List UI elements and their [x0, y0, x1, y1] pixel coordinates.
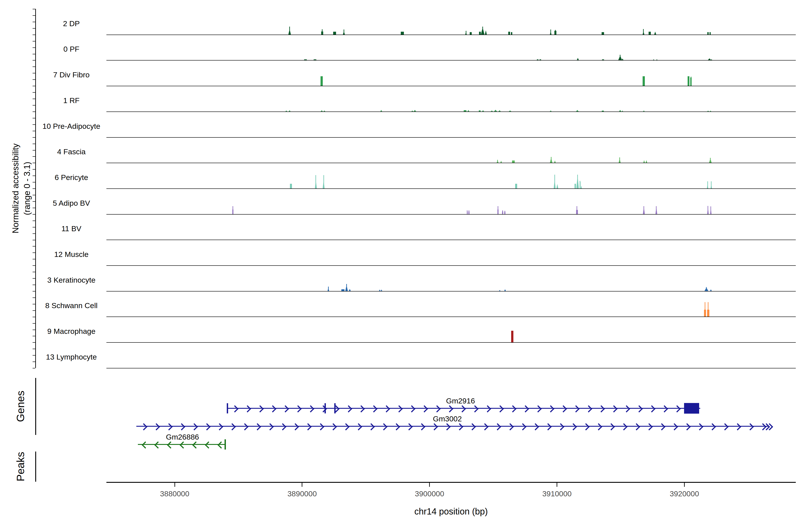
x-axis-title: chr14 position (bp) [414, 507, 488, 516]
coverage-peak-tip [498, 206, 498, 214]
coverage-peak [289, 110, 291, 112]
strand-arrow-icon [317, 423, 324, 431]
coverage-peak-tip [344, 30, 344, 34]
strand-arrow-icon [292, 423, 299, 431]
track-baseline [107, 291, 796, 291]
strand-arrow-icon [345, 405, 352, 413]
coverage-peak-tip [323, 175, 324, 188]
strand-arrow-icon [282, 405, 289, 413]
strand-arrow-icon [231, 405, 239, 413]
track-label: 10 Pre-Adipocyte [42, 122, 100, 130]
coverage-peak-tip [619, 157, 620, 163]
coverage-peak-tip [577, 175, 578, 188]
axis-tick [33, 233, 35, 234]
strand-arrow-icon [469, 423, 476, 431]
strand-arrow-icon [332, 405, 340, 413]
gene-name-label: Gm2916 [446, 397, 475, 405]
strand-arrow-icon [192, 441, 200, 449]
axis-tick [33, 86, 35, 86]
coverage-peak [491, 110, 493, 112]
strand-arrow-icon [166, 423, 173, 431]
strand-arrow-icon [494, 423, 501, 431]
coverage-peak [500, 161, 502, 163]
strand-arrow-icon [305, 423, 312, 431]
axis-tick [33, 362, 35, 362]
gene-exon [324, 403, 326, 413]
coverage-peak [323, 110, 325, 112]
coverage-peak [602, 59, 604, 60]
coverage-peak-tip [502, 210, 503, 214]
coverage-peak [379, 289, 381, 291]
strand-arrow-icon [370, 405, 378, 413]
coverage-peak [602, 32, 604, 35]
peaks-section-label: Peaks [14, 452, 26, 481]
strand-arrow-icon [408, 405, 415, 413]
strand-arrow-icon [218, 441, 225, 449]
axis-tick [33, 265, 35, 266]
y-axis-label-line1: Normalized accessibility [11, 144, 20, 233]
coverage-peak [643, 76, 645, 86]
coverage-peak-tip [707, 206, 708, 214]
coverage-peak-tip [328, 287, 329, 291]
strand-arrow-icon [406, 423, 413, 431]
coverage-peak [539, 59, 541, 60]
coverage-peak [464, 110, 467, 112]
x-tick-label: 3910000 [542, 490, 571, 498]
strand-arrow-icon [459, 405, 466, 413]
accessibility-axis-line [35, 9, 36, 368]
coverage-peak [643, 160, 645, 163]
axis-tick [33, 175, 35, 176]
coverage-peak-tip [555, 30, 556, 35]
coverage-peak [688, 76, 689, 86]
coverage-peak [498, 110, 501, 112]
coverage-peak [511, 331, 513, 342]
coverage-peak-tip [706, 287, 707, 291]
x-tick [302, 483, 302, 487]
strand-arrow-icon [383, 405, 390, 413]
strand-arrow-icon [519, 423, 527, 431]
coverage-peak-tip [232, 206, 233, 214]
coverage-peak [577, 58, 579, 60]
x-axis-line [107, 482, 796, 483]
strand-arrow-icon [471, 405, 479, 413]
axis-tick [33, 9, 35, 9]
coverage-peak [494, 110, 497, 112]
coverage-peak [485, 31, 487, 35]
axis-tick [33, 355, 35, 356]
track-baseline [107, 137, 796, 138]
coverage-peak [508, 32, 510, 35]
strand-arrow-icon [433, 405, 441, 413]
track-baseline [107, 112, 796, 112]
strand-arrow-icon [396, 405, 403, 413]
strand-arrow-icon [431, 423, 438, 431]
strand-arrow-icon [572, 405, 580, 413]
coverage-peak [646, 160, 647, 163]
x-tick-label: 3900000 [415, 490, 444, 498]
x-tick [174, 483, 175, 487]
strand-arrow-icon [241, 423, 249, 431]
axis-tick [33, 22, 35, 22]
strand-arrow-icon [342, 423, 350, 431]
track-label: 8 Schwann Cell [45, 301, 97, 310]
axis-tick [33, 137, 35, 138]
axis-tick [33, 195, 35, 195]
track-label: 5 Adipo BV [53, 198, 90, 207]
strand-arrow-icon [595, 423, 603, 431]
axis-tick [33, 349, 35, 349]
strand-arrow-icon [355, 423, 362, 431]
track-baseline [107, 60, 796, 60]
strand-arrow-icon [507, 423, 514, 431]
strand-arrow-icon [456, 423, 463, 431]
coverage-peak [314, 59, 316, 60]
strand-arrow-icon [545, 423, 552, 431]
strand-arrow-icon [267, 423, 274, 431]
track-baseline [107, 188, 796, 189]
coverage-peak-tip [551, 157, 551, 163]
strand-arrow-icon [154, 441, 162, 449]
axis-tick [33, 35, 35, 35]
axis-tick [33, 125, 35, 125]
strand-arrow-icon [509, 405, 516, 413]
axis-tick [33, 201, 35, 202]
axis-tick [33, 48, 35, 48]
coverage-peak-tip [643, 29, 644, 34]
